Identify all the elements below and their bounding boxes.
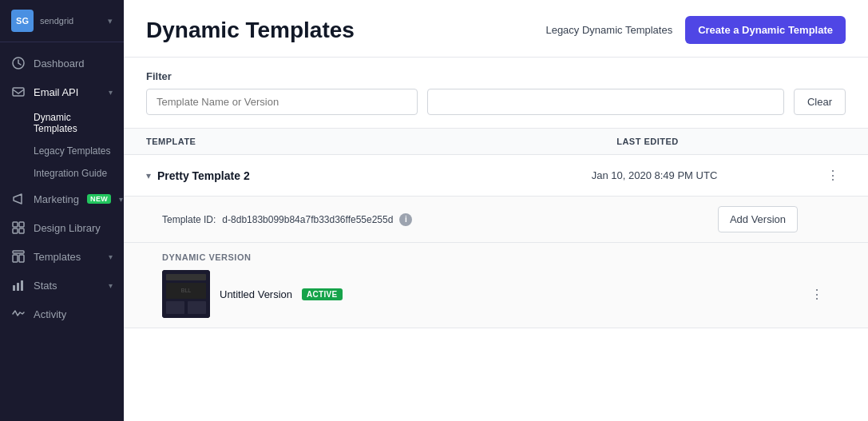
svg-rect-16 [188,301,206,314]
dynamic-version-section: DYNAMIC VERSION BLL [124,243,868,328]
add-version-button[interactable]: Add Version [718,206,798,232]
sidebar-item-stats[interactable]: Stats ▾ [0,271,124,300]
filter-secondary-input[interactable] [427,89,784,115]
dashboard-label: Dashboard [34,58,113,70]
marketing-label: Marketing [34,193,79,205]
page-title: Dynamic Templates [146,18,355,43]
template-row: ▾ Pretty Template 2 Jan 10, 2020 8:49 PM… [124,155,868,328]
template-name-filter-input[interactable] [146,89,418,115]
version-active-badge: ACTIVE [302,288,342,300]
template-id-row: Template ID: d-8db183b099b84a7fb33d36ffe… [124,197,868,243]
template-details: Template ID: d-8db183b099b84a7fb33d36ffe… [124,196,868,328]
svg-rect-15 [166,301,184,314]
svg-rect-1 [13,88,24,96]
dynamic-templates-label: Dynamic Templates [34,112,113,134]
create-dynamic-template-button[interactable]: Create a Dynamic Template [685,16,846,44]
template-name: Pretty Template 2 [157,169,489,182]
svg-rect-3 [19,222,24,227]
app-logo: SG [11,10,34,32]
marketing-badge: NEW [87,194,111,204]
integration-guide-label: Integration Guide [34,168,107,179]
email-api-chevron: ▾ [109,88,113,97]
version-thumb-inner: BLL [162,270,210,318]
logo-text: SG [16,16,29,26]
svg-text:BLL: BLL [181,288,192,293]
template-row-header[interactable]: ▾ Pretty Template 2 Jan 10, 2020 8:49 PM… [124,155,868,196]
template-id-label: Template ID: [162,214,216,225]
brand-chevron[interactable]: ▾ [108,16,113,26]
filter-row: Clear [146,89,846,115]
version-name: Untitled Version [220,288,292,300]
sidebar-sub-item-dynamic-templates[interactable]: Dynamic Templates [0,106,124,140]
clear-filter-button[interactable]: Clear [794,89,846,115]
legacy-dynamic-templates-link[interactable]: Legacy Dynamic Templates [545,24,672,36]
svg-rect-10 [17,283,19,291]
dynamic-version-label: DYNAMIC VERSION [162,252,830,262]
filter-section: Filter Clear [124,58,868,129]
sidebar: SG sendgrid ▾ Dashboard Email API ▾ Dyna… [0,0,124,421]
svg-rect-8 [19,255,24,262]
template-last-edited: Jan 10, 2020 8:49 PM UTC [489,169,820,181]
sidebar-header: SG sendgrid ▾ [0,0,124,42]
templates-list: ▾ Pretty Template 2 Jan 10, 2020 8:49 PM… [124,155,868,421]
brand-name: sendgrid [40,16,73,26]
table-header: TEMPLATE LAST EDITED [124,129,868,155]
design-library-label: Design Library [34,222,113,234]
header-actions: Legacy Dynamic Templates Create a Dynami… [545,16,846,44]
svg-rect-2 [13,222,18,227]
stats-chevron: ▾ [109,281,113,290]
svg-rect-11 [21,280,23,291]
activity-label: Activity [34,308,113,320]
version-row: BLL Untitled Version ACTIVE ⋮ [162,270,830,318]
filter-label: Filter [146,70,846,82]
svg-rect-9 [13,285,15,291]
svg-rect-7 [13,255,18,262]
sidebar-nav: Dashboard Email API ▾ Dynamic Templates … [0,42,124,421]
dashboard-icon [11,56,26,70]
email-api-icon [11,85,26,99]
page-header: Dynamic Templates Legacy Dynamic Templat… [124,0,868,58]
sidebar-item-activity[interactable]: Activity [0,300,124,328]
col-template-header: TEMPLATE [146,137,450,146]
template-expand-icon: ▾ [146,170,151,181]
activity-icon [11,307,26,321]
sidebar-sub-item-legacy-templates[interactable]: Legacy Templates [0,140,124,162]
main-content: Dynamic Templates Legacy Dynamic Templat… [124,0,868,421]
templates-chevron: ▾ [109,252,113,261]
sidebar-item-design-library[interactable]: Design Library [0,213,124,242]
sidebar-item-dashboard[interactable]: Dashboard [0,49,124,77]
marketing-chevron: ▾ [119,195,123,204]
design-library-icon [11,220,26,235]
template-id-value: d-8db183b099b84a7fb33d36ffe55e255d [222,214,393,225]
templates-icon [11,249,26,264]
stats-icon [11,278,26,292]
stats-label: Stats [34,280,101,292]
sidebar-item-templates[interactable]: Templates ▾ [0,242,124,271]
email-api-label: Email API [34,86,101,98]
svg-rect-5 [19,228,24,233]
templates-label: Templates [34,251,101,263]
version-menu-button[interactable]: ⋮ [804,284,830,305]
legacy-templates-label: Legacy Templates [34,145,111,157]
col-last-edited-header: LAST EDITED [450,137,846,146]
sidebar-sub-item-integration-guide[interactable]: Integration Guide [0,162,124,185]
sidebar-item-marketing[interactable]: Marketing NEW ▾ [0,185,124,213]
svg-rect-6 [13,251,24,253]
template-id-info-icon[interactable]: i [399,213,412,226]
svg-rect-13 [166,274,206,280]
template-menu-button[interactable]: ⋮ [820,165,846,186]
marketing-icon [11,192,26,206]
sidebar-item-email-api[interactable]: Email API ▾ [0,77,124,106]
svg-rect-4 [13,228,18,233]
version-thumbnail: BLL [162,270,210,318]
